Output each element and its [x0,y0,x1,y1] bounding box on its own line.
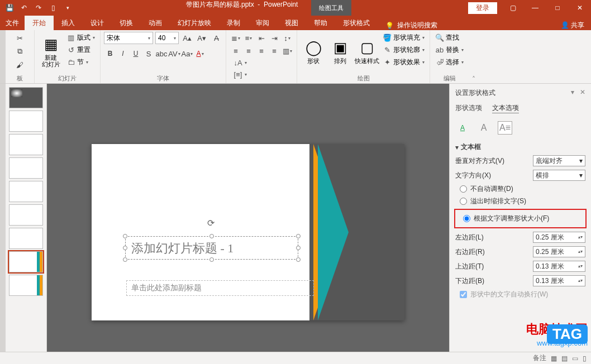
resize-handle[interactable] [123,246,127,250]
share-button[interactable]: 👤 共享 [561,21,584,30]
change-case-button[interactable]: Aa▾ [181,47,193,60]
margin-bottom-spin[interactable]: 0.13 厘米▴▾ [533,275,585,286]
char-spacing-button[interactable]: AV▾ [168,47,180,60]
tab-view[interactable]: 视图 [277,16,306,30]
tab-insert[interactable]: 插入 [54,16,83,30]
pane-menu-icon[interactable]: ▾ [571,88,574,98]
increase-font-icon[interactable]: A▴ [181,32,193,44]
justify-button[interactable]: ≡ [268,45,280,57]
view-reading-icon[interactable]: ▭ [572,355,578,362]
tab-slideshow[interactable]: 幻灯片放映 [170,16,219,30]
layout-button[interactable]: ▥版式▾ [65,32,97,44]
shape-fill-button[interactable]: 🪣形状填充▾ [381,32,426,44]
indent-inc-button[interactable]: ⇥ [268,32,280,44]
thumbnail-2[interactable] [9,111,43,132]
underline-button[interactable]: U [130,47,142,60]
thumbnail-4[interactable] [9,157,43,179]
bullets-button[interactable]: ≣▾ [230,32,242,44]
decrease-font-icon[interactable]: A▾ [196,32,208,44]
numbering-button[interactable]: ≡▾ [242,32,255,44]
title-text[interactable]: 添加幻灯片标题 - 1 [126,237,298,260]
view-slideshow-icon[interactable]: ▯ [583,355,587,362]
tab-animations[interactable]: 动画 [141,16,170,30]
shapes-button[interactable]: ◯形状 [301,32,326,71]
shape-effects-button[interactable]: ✦形状效果▾ [381,56,426,68]
resize-handle[interactable] [296,234,301,238]
resize-handle[interactable] [296,257,301,262]
tab-record[interactable]: 录制 [219,16,248,30]
login-button[interactable]: 登录 [468,2,497,14]
align-text-button[interactable]: [≡]▾ [232,69,293,80]
align-left-button[interactable]: ≡ [230,45,242,57]
pane-close-icon[interactable]: ✕ [580,88,585,98]
reset-button[interactable]: ↺重置 [65,44,97,56]
text-direction-button[interactable]: ↓A▾ [232,57,293,68]
collapse-ribbon-icon[interactable]: ˄ [469,30,479,83]
align-center-button[interactable]: ≡ [242,45,255,57]
thumbnail-3[interactable] [9,134,43,155]
textbox-icon[interactable]: A≡ [498,121,512,135]
pane-tab-shape[interactable]: 形状选项 [455,103,482,113]
cut-icon[interactable]: ✂ [14,32,26,44]
arrange-button[interactable]: ▣排列 [327,32,353,71]
strike-button[interactable]: abc [155,47,168,60]
radio-no-autofit[interactable]: 不自动调整(D) [460,184,585,194]
tab-home[interactable]: 开始 [25,16,54,30]
font-size-combo[interactable]: 40▾ [155,32,179,44]
qat-more-icon[interactable]: ▾ [61,2,74,14]
text-fill-outline-icon[interactable]: A [455,121,470,135]
margin-top-spin[interactable]: 0.13 厘米▴▾ [533,261,585,272]
find-button[interactable]: 🔍查找 [433,32,465,44]
tab-review[interactable]: 审阅 [248,16,277,30]
thumbnail-7[interactable] [9,228,43,249]
text-effects-icon[interactable]: A [476,121,491,135]
shadow-button[interactable]: S [142,47,155,60]
thumbnail-5[interactable] [9,181,43,202]
resize-handle[interactable] [123,257,127,262]
quick-styles-button[interactable]: ▢快速样式 [354,32,380,71]
shape-outline-button[interactable]: ✎形状轮廓▾ [381,44,426,56]
slide-editor[interactable]: ⟳ 添加幻灯片标题 - 1 单击此处添加副标题 [47,84,449,352]
radio-resize-shape[interactable]: 根据文字调整形状大小(F) [463,214,585,223]
thumbnail-1[interactable] [9,87,43,108]
rotate-handle-icon[interactable]: ⟳ [207,218,215,228]
resize-handle[interactable] [123,234,127,238]
indent-dec-button[interactable]: ⇤ [255,32,268,44]
resize-handle[interactable] [296,246,301,250]
copy-icon[interactable]: ⧉ [14,45,26,58]
tab-file[interactable]: 文件 [0,16,25,30]
slide-thumbnails[interactable] [6,84,47,352]
close-icon[interactable]: ✕ [569,0,591,16]
resize-handle[interactable] [209,257,214,262]
replace-button[interactable]: ab替换▾ [433,44,465,56]
maximize-icon[interactable]: □ [546,0,569,16]
minimize-icon[interactable]: — [524,0,546,16]
thumbnail-9[interactable] [9,275,43,296]
redo-icon[interactable]: ↷ [32,2,45,14]
align-right-button[interactable]: ≡ [255,45,268,57]
undo-icon[interactable]: ↶ [18,2,30,14]
autosave-icon[interactable]: 💾 [3,2,16,14]
ribbon-display-icon[interactable]: ▢ [502,0,524,16]
view-sorter-icon[interactable]: ▤ [561,355,568,362]
pane-tab-text[interactable]: 文本选项 [492,103,519,113]
textdir-dropdown[interactable]: 横排▾ [533,170,585,181]
notes-button[interactable]: 备注 [533,353,546,363]
tab-design[interactable]: 设计 [83,16,112,30]
margin-left-spin[interactable]: 0.25 厘米▴▾ [533,232,585,243]
view-normal-icon[interactable]: ▦ [551,355,557,362]
new-slide-button[interactable]: ▦ 新建 幻灯片 [38,32,64,71]
font-name-combo[interactable]: 宋体▾ [104,32,153,44]
slide-canvas[interactable]: ⟳ 添加幻灯片标题 - 1 单击此处添加副标题 [92,144,404,320]
select-button[interactable]: ⮰选择▾ [433,56,465,68]
columns-button[interactable]: ▥▾ [281,45,293,57]
font-color-button[interactable]: A▾ [194,47,206,60]
margin-right-spin[interactable]: 0.25 厘米▴▾ [533,246,585,257]
thumbnail-8[interactable] [9,251,43,272]
subtitle-placeholder[interactable]: 单击此处添加副标题 [126,280,314,296]
clear-format-icon[interactable]: A̶ [210,32,222,44]
tell-me-search[interactable]: 💡 操作说明搜索 [385,21,437,30]
tab-shape-format[interactable]: 形状格式 [335,16,378,30]
thumbnail-6[interactable] [9,204,43,226]
tab-transitions[interactable]: 切换 [112,16,141,30]
